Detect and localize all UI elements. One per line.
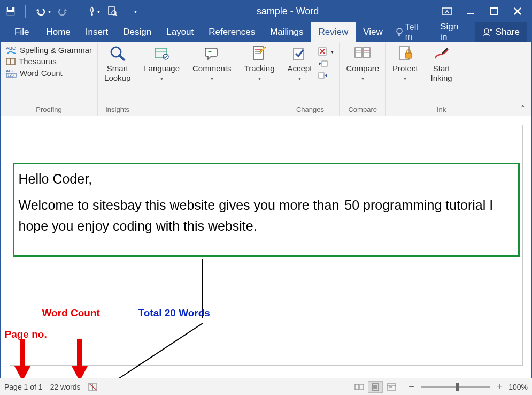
group-ink: Start Inking Ink [425,42,459,116]
status-words[interactable]: 22 words [50,383,81,391]
group-ink-label: Ink [437,105,446,115]
svg-rect-20 [6,58,11,65]
comments-label: Comments [192,64,232,73]
status-page[interactable]: Page 1 of 1 [4,383,43,391]
tab-view[interactable]: View [356,22,390,42]
zoom-in-button[interactable]: + [495,381,505,392]
svg-text:ABC: ABC [6,45,16,51]
next-change-button[interactable] [317,71,329,80]
compare-button[interactable]: Compare ▾ [344,44,381,82]
sign-in[interactable]: Sign in [433,22,475,42]
previous-change-button[interactable] [317,59,329,68]
svg-rect-40 [322,61,327,66]
svg-text:123: 123 [7,73,14,77]
zoom-out-button[interactable]: − [406,381,417,392]
spelling-grammar-button[interactable]: ABC Spelling & Grammar [5,44,93,55]
group-language: Language ▾ [137,42,186,116]
read-mode-button[interactable] [352,381,367,393]
doc-line2: Welcome to sitesbay this website gives y… [19,195,514,237]
svg-point-4 [91,13,93,16]
web-layout-button[interactable] [384,381,399,393]
ink-icon [433,44,451,63]
dropdown-arrow-icon: ▾ [298,75,301,82]
tab-references[interactable]: References [201,22,263,42]
touch-mode-icon[interactable]: ▾ [88,6,100,16]
tab-design[interactable]: Design [115,22,159,42]
smart-lookup-icon [109,44,127,63]
group-compare-label: Compare [348,105,376,115]
thesaurus-button[interactable]: Thesaurus [5,56,58,66]
view-buttons [352,381,399,393]
word-count-icon: ABC123 [6,68,18,78]
accept-icon [290,44,309,63]
share-label: Share [496,27,520,37]
protect-label: Protect [392,64,418,73]
document-area: Hello Coder, Welcome to sitesbay this we… [1,116,531,377]
svg-rect-21 [11,58,15,65]
svg-rect-32 [253,47,263,59]
start-inking-button[interactable]: Start Inking [429,44,454,83]
document-title: sample - Word [142,6,433,17]
group-insights: Smart Lookup Insights [98,42,137,116]
tell-me[interactable]: Tell m [390,22,433,42]
svg-rect-52 [20,339,25,369]
tab-mailings[interactable]: Mailings [263,22,311,42]
tracking-icon [250,44,268,63]
dropdown-arrow-icon: ▾ [361,75,364,82]
annotation-page-no: Page no. [5,329,47,340]
document-body[interactable]: Hello Coder, Welcome to sitesbay this we… [19,169,514,236]
status-proofing-icon[interactable] [88,383,98,391]
spelling-label: Spelling & Grammar [20,45,92,55]
ribbon-tabs: File Home Insert Design Layout Reference… [1,22,531,42]
smart-lookup-label: Smart Lookup [104,64,130,83]
protect-icon [396,44,414,63]
language-icon [153,44,171,63]
annotation-arrow-1 [14,339,30,382]
comments-icon: + [203,44,221,63]
print-layout-button[interactable] [368,381,383,393]
word-count-button[interactable]: ABC123 Word Count [5,67,64,78]
zoom-controls: − + 100% [406,381,528,392]
smart-lookup-button[interactable]: Smart Lookup [102,44,133,83]
svg-rect-53 [77,339,82,369]
svg-line-56 [89,384,97,390]
tab-layout[interactable]: Layout [159,22,201,42]
accept-button[interactable]: Accept ▾ [286,44,314,82]
close-icon[interactable] [512,6,523,17]
ink-label: Start Inking [431,64,452,83]
language-button[interactable]: Language ▾ [142,44,182,82]
reject-button[interactable]: ▾ [317,47,335,56]
customize-qat-icon[interactable]: ▾ [134,9,137,14]
tab-review[interactable]: Review [311,22,356,42]
svg-text:+: + [208,48,212,56]
save-icon[interactable] [6,6,16,16]
minimize-icon[interactable] [465,6,476,17]
group-proofing-label: Proofing [36,105,61,115]
page[interactable]: Hello Coder, Welcome to sitesbay this we… [10,125,523,366]
zoom-thumb[interactable] [456,383,459,391]
redo-icon[interactable] [58,7,68,16]
thesaurus-icon [6,57,17,66]
group-changes: Accept ▾ ▾ Changes [281,42,340,116]
comments-button[interactable]: + Comments ▾ [190,44,234,82]
protect-button[interactable]: Protect ▾ [390,44,420,82]
zoom-slider[interactable] [421,386,490,388]
undo-icon[interactable]: ▾ [35,7,51,16]
zoom-percent[interactable]: 100% [508,383,528,391]
maximize-icon[interactable] [489,6,499,17]
print-preview-icon[interactable] [107,6,117,16]
group-protect: Protect ▾ [386,42,425,116]
ribbon-display-icon[interactable] [442,6,452,17]
tracking-button[interactable]: Tracking ▾ [242,44,277,82]
group-tracking: Tracking ▾ [238,42,281,116]
ribbon: ABC Spelling & Grammar Thesaurus ABC123 … [1,42,531,116]
lightbulb-icon [396,28,403,36]
tab-home[interactable]: Home [38,22,78,42]
share-button[interactable]: Share [475,22,527,42]
separator [78,5,78,18]
tab-file[interactable]: File [5,22,38,42]
svg-point-16 [484,29,489,33]
annotation-total-words: Total 20 Words [138,307,210,319]
tab-insert[interactable]: Insert [78,22,116,42]
collapse-ribbon-icon[interactable]: ⌃ [520,104,526,112]
